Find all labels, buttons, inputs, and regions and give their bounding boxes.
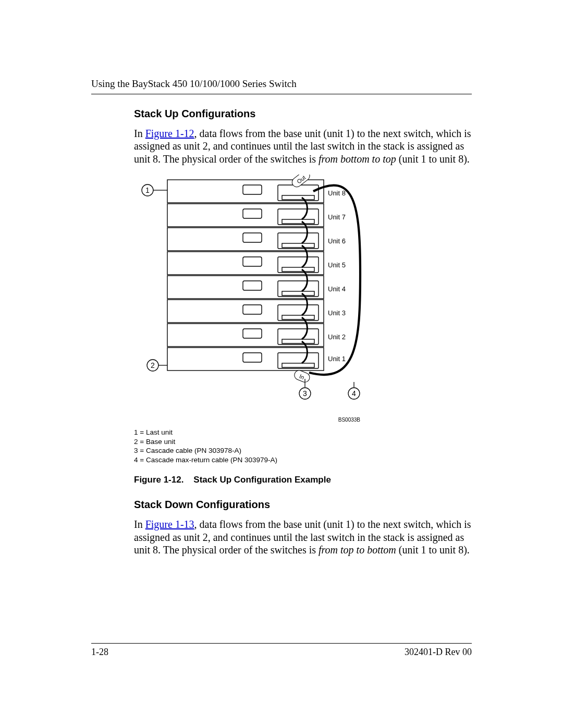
- unit-label: Unit 4: [328, 285, 346, 293]
- emphasis: from bottom to top: [319, 153, 396, 165]
- svg-rect-25: [282, 219, 314, 224]
- figure-legend: 1 = Last unit 2 = Base unit 3 = Cascade …: [134, 428, 472, 464]
- callout-2: 2: [151, 361, 155, 369]
- svg-rect-28: [282, 291, 314, 295]
- svg-rect-11: [243, 257, 262, 266]
- svg-rect-26: [282, 243, 314, 248]
- heading-stack-up: Stack Up Configurations: [134, 108, 472, 120]
- unit-label: Unit 2: [328, 333, 346, 341]
- svg-rect-8: [243, 185, 262, 194]
- figure-svg: Out In Unit 8 Unit 7 Unit 6 Unit 5 Unit …: [136, 175, 365, 425]
- legend-line: 2 = Base unit: [134, 437, 472, 447]
- unit-label: Unit 3: [328, 309, 346, 317]
- unit-label: Unit 1: [328, 355, 346, 363]
- header-rule: [91, 94, 472, 94]
- legend-line: 3 = Cascade cable (PN 303978-A): [134, 446, 472, 455]
- svg-rect-24: [282, 195, 314, 200]
- heading-stack-down: Stack Down Configurations: [134, 499, 472, 511]
- running-header: Using the BayStack 450 10/100/1000 Serie…: [91, 78, 472, 90]
- figure-caption: Figure 1-12. Stack Up Configuration Exam…: [134, 475, 472, 485]
- unit-label: Unit 8: [328, 189, 346, 197]
- svg-rect-31: [282, 363, 314, 367]
- svg-rect-27: [282, 267, 314, 272]
- para-stack-up: In Figure 1-12, data flows from the base…: [134, 127, 472, 165]
- footer-rule: [91, 643, 472, 644]
- callout-1: 1: [145, 186, 150, 194]
- svg-rect-30: [282, 339, 314, 343]
- emphasis: from top to bottom: [319, 544, 396, 556]
- unit-label: Unit 5: [328, 261, 346, 269]
- para-stack-down: In Figure 1-13, data flows from the base…: [134, 518, 472, 556]
- figure-link-1-13[interactable]: Figure 1-13: [145, 519, 194, 530]
- legend-line: 1 = Last unit: [134, 428, 472, 437]
- legend-line: 4 = Cascade max-return cable (PN 303979-…: [134, 455, 472, 465]
- figure-link-1-12[interactable]: Figure 1-12: [145, 128, 194, 139]
- callout-4: 4: [352, 389, 356, 398]
- svg-rect-14: [243, 329, 262, 338]
- caption-title: Stack Up Configuration Example: [193, 475, 331, 485]
- unit-label: Unit 7: [328, 213, 346, 221]
- svg-rect-10: [243, 233, 262, 242]
- text: (unit 1 to unit 8).: [396, 544, 470, 556]
- svg-rect-29: [282, 315, 314, 319]
- svg-rect-12: [243, 281, 262, 290]
- unit-label: Unit 6: [328, 237, 346, 245]
- page-number: 1-28: [91, 647, 108, 658]
- footer: 1-28 302401-D Rev 00: [91, 647, 472, 658]
- doc-revision: 302401-D Rev 00: [405, 647, 472, 658]
- text: In: [134, 128, 145, 139]
- figure-code: BS0033B: [338, 417, 361, 423]
- svg-rect-13: [243, 305, 262, 314]
- figure-1-12: Out In Unit 8 Unit 7 Unit 6 Unit 5 Unit …: [136, 175, 365, 425]
- text: In: [134, 519, 145, 530]
- text: (unit 1 to unit 8).: [396, 153, 470, 165]
- svg-rect-9: [243, 209, 262, 218]
- caption-label: Figure 1-12.: [134, 475, 183, 485]
- svg-rect-15: [243, 353, 262, 362]
- callout-3: 3: [303, 389, 307, 398]
